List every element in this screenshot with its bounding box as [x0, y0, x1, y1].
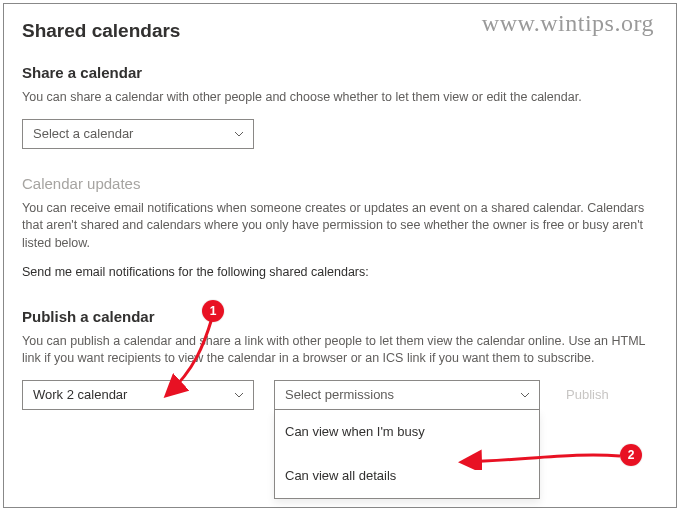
chevron-down-icon [233, 389, 245, 401]
permission-option-busy[interactable]: Can view when I'm busy [275, 410, 539, 454]
publish-desc: You can publish a calendar and share a l… [22, 333, 658, 368]
publish-button[interactable]: Publish [560, 380, 615, 410]
updates-prompt: Send me email notifications for the foll… [22, 264, 658, 282]
publish-title: Publish a calendar [22, 308, 658, 325]
updates-title: Calendar updates [22, 175, 658, 192]
share-title: Share a calendar [22, 64, 658, 81]
updates-desc: You can receive email notifications when… [22, 200, 658, 253]
annotation-badge-1: 1 [202, 300, 224, 322]
chevron-down-icon [519, 389, 531, 401]
publish-select-calendar-dropdown[interactable]: Work 2 calendar [22, 380, 254, 410]
share-select-calendar-dropdown[interactable]: Select a calendar [22, 119, 254, 149]
share-desc: You can share a calendar with other peop… [22, 89, 658, 107]
share-select-placeholder: Select a calendar [33, 126, 133, 141]
publish-permissions-placeholder: Select permissions [285, 387, 394, 402]
section-share-calendar: Share a calendar You can share a calenda… [22, 64, 658, 149]
publish-selected-calendar: Work 2 calendar [33, 387, 127, 402]
section-calendar-updates: Calendar updates You can receive email n… [22, 175, 658, 282]
publish-select-permissions-dropdown[interactable]: Select permissions Can view when I'm bus… [274, 380, 540, 410]
permission-option-all-details[interactable]: Can view all details [275, 454, 539, 498]
chevron-down-icon [233, 128, 245, 140]
annotation-badge-2: 2 [620, 444, 642, 466]
section-publish-calendar: Publish a calendar You can publish a cal… [22, 308, 658, 410]
watermark-text: www.wintips.org [482, 10, 654, 37]
permissions-dropdown-menu: Can view when I'm busy Can view all deta… [274, 410, 540, 499]
